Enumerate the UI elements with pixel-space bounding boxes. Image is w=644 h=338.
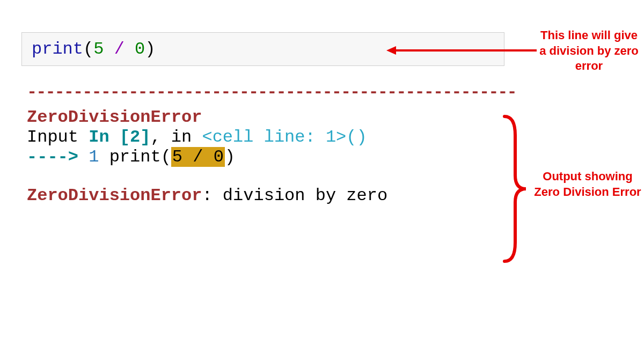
final-error-name: ZeroDivisionError xyxy=(27,186,202,205)
annotation-brace-icon xyxy=(502,114,529,264)
print-call-end: ) xyxy=(225,147,235,167)
final-error-line: ZeroDivisionError: division by zero xyxy=(27,186,515,205)
cell-parens: () xyxy=(346,127,367,147)
notebook-screenshot: print(5 / 0) ---------------------------… xyxy=(0,0,644,338)
token-close-paren: ) xyxy=(145,39,155,59)
traceback-code-line: ----> 1 print(5 / 0) xyxy=(27,147,515,167)
token-operator-divide: / xyxy=(114,39,125,59)
error-class-name: ZeroDivisionError xyxy=(27,107,515,127)
traceback-separator: ----------------------------------------… xyxy=(27,82,515,102)
final-error-message: division by zero xyxy=(223,186,387,205)
annotation-arrow-icon xyxy=(386,45,537,56)
token-space xyxy=(125,39,135,59)
token-number-5: 5 xyxy=(93,39,104,59)
highlighted-expression: 5 / 0 xyxy=(171,147,225,167)
output-area: ----------------------------------------… xyxy=(21,82,515,205)
svg-marker-1 xyxy=(386,46,396,55)
token-open-paren: ( xyxy=(83,39,93,59)
annotation-top-text: This line will give a division by zero e… xyxy=(537,28,641,74)
arrow-marker: ----> xyxy=(27,147,89,167)
token-space xyxy=(104,39,114,59)
print-call-start: print( xyxy=(99,147,171,167)
token-number-0: 0 xyxy=(135,39,145,59)
cell-line-ref: <cell line: 1> xyxy=(202,127,346,147)
input-label: In [2] xyxy=(89,127,150,147)
line-number: 1 xyxy=(89,147,99,167)
input-comma: , xyxy=(150,127,160,147)
input-prefix: Input xyxy=(27,127,89,147)
input-in-word: in xyxy=(161,127,202,147)
traceback-input-line: Input In [2], in <cell line: 1>() xyxy=(27,127,515,147)
annotation-middle-text: Output showing Zero Division Error xyxy=(531,169,644,200)
token-function: print xyxy=(32,39,83,59)
final-error-colon: : xyxy=(202,186,222,205)
